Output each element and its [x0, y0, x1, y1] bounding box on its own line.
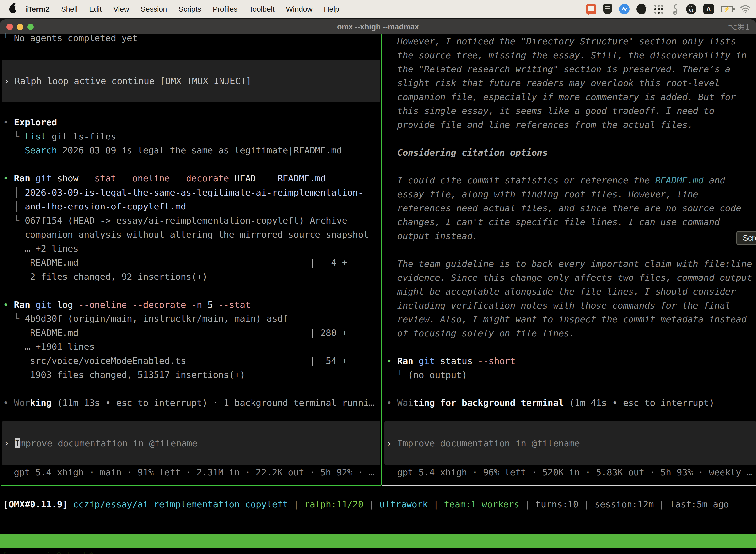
text-segment: 2026-03-09-is-legal-the-same-as-legitima… [57, 145, 342, 155]
blue-bolt-icon[interactable] [619, 4, 630, 14]
terminal-line [3, 284, 381, 298]
terminal-line: … +2 lines [3, 242, 381, 256]
apple-logo-icon[interactable] [9, 5, 16, 13]
menu-item-profiles[interactable]: Profiles [207, 5, 243, 13]
omx-status-segment: cczip/essay/ai-reimplementation-copyleft [73, 499, 288, 509]
menu-item-toolbelt[interactable]: Toolbelt [243, 5, 280, 13]
menu-item-shell[interactable]: Shell [55, 5, 83, 13]
terminal-line [3, 45, 381, 60]
wifi-icon[interactable] [740, 5, 751, 13]
omx-status-segment: session:12m [594, 499, 653, 509]
right-pane-bottom-border [382, 485, 756, 486]
tmux-session-label: [omx-cczip0:bash* [2, 548, 94, 554]
terminal-line: README.md | 4 + [3, 256, 381, 270]
text-segment: List [25, 131, 46, 142]
menu-item-iterm2[interactable]: iTerm2 [20, 5, 55, 13]
text-segment: └ [3, 131, 25, 142]
terminal-line: changes, I can't cite specific file line… [386, 215, 756, 229]
terminal-line: └ (no output) [386, 368, 756, 382]
terminal-line: I could cite commit statistics or refere… [386, 173, 756, 187]
text-segment: └ [3, 215, 25, 226]
text-segment: 2 files changed, 92 insertions(+) [3, 272, 208, 282]
terminal-line: • Ran git status --short [386, 354, 756, 368]
terminal-line: this single essay, it seems like a good … [386, 104, 756, 118]
screen-share-overlay[interactable]: Scre [736, 231, 756, 245]
terminal-line: output instead. [386, 229, 756, 243]
text-segment: │ [3, 187, 25, 198]
text-segment: --stat [84, 173, 116, 183]
text-segment: └ [3, 314, 25, 324]
text-segment: 1903 files changed, 513517 insertions(+) [3, 370, 245, 380]
terminal-line: 2 files changed, 92 insertions(+) [3, 270, 381, 284]
terminal-line: └ List git ls-files [3, 129, 381, 144]
terminal-line: the source tree, missing the essay. Stil… [386, 48, 756, 62]
pane-divider[interactable] [381, 34, 382, 485]
text-segment: companion analysis without altering the … [3, 229, 369, 239]
menu-item-edit[interactable]: Edit [83, 5, 108, 13]
input-placeholder: mprove documentation in @filename [20, 438, 197, 448]
terminal-line: • Ran git log --oneline --decorate -n 5 … [3, 298, 381, 312]
text-segment: Ran [397, 356, 413, 366]
text-segment: git [419, 356, 435, 366]
window-shortcut-badge: ⌥⌘1 [728, 19, 750, 34]
text-segment: --decorate [175, 173, 229, 183]
text-segment: review. Also, I might want to inspect th… [386, 314, 747, 324]
menu-item-view[interactable]: View [108, 5, 135, 13]
text-segment: --oneline [78, 299, 127, 310]
prompt-chevron: › [4, 438, 15, 448]
menu-item-session[interactable]: Session [135, 5, 173, 13]
omx-status-segment: | [654, 499, 670, 509]
terminal-line: might be acceptable alongside the file l… [386, 285, 756, 298]
menu-bar-status-icons: 61 A ⚡ [586, 4, 756, 15]
text-segment: 2026-03-09-is-legal-the-same-as-legitima… [25, 187, 363, 198]
text-segment: might be acceptable alongside the file l… [386, 286, 736, 296]
menu-item-window[interactable]: Window [280, 5, 318, 13]
terminal-line [386, 340, 756, 354]
text-segment: └ [386, 370, 408, 380]
omx-status-segment: last:5m ago [670, 499, 729, 509]
text-segment: references need actual files, and since … [386, 203, 741, 213]
text-segment: src/voice/voiceModeEnabled.ts | 54 + [3, 356, 347, 366]
keyboard-switcher-icon[interactable]: A [703, 4, 714, 14]
iterm-window: omx --xhigh --madmax ⌥⌘1 └ No agents com… [0, 19, 756, 554]
text-segment: └ [3, 33, 14, 43]
terminal-line [386, 382, 756, 396]
terminal-line: • Explored [3, 115, 381, 129]
squiggle-icon[interactable] [671, 4, 679, 15]
terminal-line: review. Also, I might want to inspect th… [386, 313, 756, 326]
text-segment: status [435, 356, 478, 366]
left-prompt-input[interactable]: › Improve documentation in @filename [2, 421, 380, 465]
terminal-line: • Working (11m 13s • esc to interrupt) ·… [3, 396, 381, 410]
text-segment: │ [3, 201, 25, 212]
menu-item-help[interactable]: Help [318, 5, 345, 13]
shield-icon[interactable] [603, 4, 612, 14]
text-segment: provide file and line references from th… [386, 120, 693, 130]
omx-status-segment: ultrawork [379, 499, 428, 509]
right-model-statusline: gpt-5.4 xhigh · 96% left · 520K in · 5.8… [397, 465, 752, 479]
crescent-icon[interactable] [636, 4, 647, 14]
right-pane[interactable]: However, I noticed the "Directory Struct… [383, 35, 756, 410]
terminal-line [386, 243, 756, 257]
zigzag-glyph [621, 6, 628, 12]
left-command-echo-box[interactable]: › Ralph loop active continue [OMX_TMUX_I… [2, 60, 380, 102]
text-segment: Considering citation options [386, 148, 548, 158]
text-segment: Wor [14, 398, 30, 408]
command-echo-text: Ralph loop active continue [OMX_TMUX_INJ… [15, 76, 251, 86]
right-prompt-input[interactable]: › Improve documentation in @filename [384, 421, 756, 465]
terminal-line: companion file, especially if more comme… [386, 90, 756, 104]
text-segment [3, 145, 25, 155]
chat-app-icon[interactable] [586, 4, 596, 14]
terminal-line: src/voice/voiceModeEnabled.ts | 54 + [3, 354, 381, 368]
text-segment: (no output) [408, 370, 467, 380]
gauge-value: 61 [689, 8, 694, 13]
omx-status-segment: ralph:11/20 [304, 499, 363, 509]
menu-item-scripts[interactable]: Scripts [173, 5, 207, 13]
text-segment: The team guideline is to back every impo… [386, 259, 752, 269]
battery-icon[interactable]: ⚡ [721, 6, 733, 12]
terminal-line: However, I noticed the "Directory Struct… [386, 35, 756, 48]
text-segment: and-the-erosion-of-copyleft.md [25, 201, 186, 212]
dots-grid-icon[interactable] [654, 4, 664, 14]
text-segment [170, 173, 175, 183]
gauge-icon[interactable]: 61 [686, 4, 696, 14]
text-segment: --stat [218, 299, 251, 310]
